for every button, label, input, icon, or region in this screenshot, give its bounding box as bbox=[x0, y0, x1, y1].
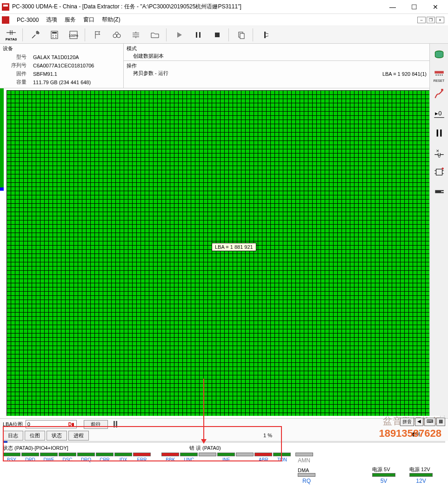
status-leds: BSYDRDDWFDSCDRQCRRIDXERR bbox=[3, 453, 151, 462]
ime-btn-3[interactable]: ▦ bbox=[436, 418, 445, 426]
goto-button[interactable]: 前往 bbox=[84, 420, 108, 429]
svg-rect-18 bbox=[264, 32, 266, 38]
menu-window[interactable]: 窗口 bbox=[80, 16, 98, 24]
led-dwf: DWF bbox=[40, 453, 58, 462]
mdi-close-button[interactable]: × bbox=[436, 17, 444, 23]
svg-rect-17 bbox=[240, 33, 244, 39]
led-err-4 bbox=[236, 453, 254, 457]
progress-percent: 1 % bbox=[90, 433, 445, 438]
amn-led: AMN bbox=[295, 453, 313, 464]
ime-btn-1[interactable]: ◀ bbox=[415, 418, 423, 426]
dma-group: DMA RQ bbox=[298, 467, 315, 484]
pause-icon[interactable] bbox=[431, 125, 448, 141]
error-leds: BBKUNCINFABRTON bbox=[161, 453, 291, 462]
tab-bitmap[interactable]: 位图 bbox=[25, 431, 45, 440]
svg-rect-33 bbox=[435, 190, 441, 193]
app-icon bbox=[2, 3, 9, 11]
menu-options[interactable]: 选项 bbox=[42, 16, 61, 24]
tab-process[interactable]: 进程 bbox=[68, 431, 89, 440]
svg-point-21 bbox=[435, 74, 436, 75]
nav-pause-icon[interactable] bbox=[114, 421, 117, 427]
device-serial: C6A0077A1CEC01810706 bbox=[29, 62, 96, 69]
lba-map-label: LBA位图 bbox=[3, 421, 23, 428]
led-err-5: ABR bbox=[254, 453, 272, 462]
svg-point-32 bbox=[441, 167, 443, 169]
svg-point-5 bbox=[53, 35, 53, 36]
folder-icon[interactable] bbox=[146, 27, 164, 42]
stop-button[interactable] bbox=[208, 27, 227, 42]
mdi-restore-button[interactable]: ❐ bbox=[427, 17, 435, 23]
svg-text:100%: 100% bbox=[69, 33, 78, 38]
led-drd: DRD bbox=[21, 453, 39, 462]
tab-log[interactable]: 日志 bbox=[3, 431, 23, 440]
tools-icon[interactable] bbox=[26, 27, 45, 42]
svg-rect-27 bbox=[436, 129, 438, 136]
led-bsy: BSY bbox=[3, 453, 20, 462]
ime-mode[interactable]: 拼音 bbox=[400, 418, 414, 426]
menu-app-icon bbox=[2, 16, 9, 24]
stack-icon[interactable] bbox=[127, 27, 145, 42]
minimize-button[interactable]: — bbox=[382, 0, 403, 14]
menu-bar: PC-3000 选项 服务 窗口 帮助(Z) – ❐ × bbox=[0, 14, 448, 26]
svg-point-23 bbox=[440, 74, 441, 75]
zero-left-icon[interactable]: ▸0 bbox=[431, 105, 448, 122]
menu-help[interactable]: 帮助(Z) bbox=[98, 16, 124, 24]
flag-icon[interactable] bbox=[88, 27, 107, 42]
error-header: 错 误 (PATA0) bbox=[189, 445, 221, 452]
ime-bar[interactable]: 拼音 ◀ ⌨ ▦ bbox=[400, 418, 445, 426]
led-drq: DRQ bbox=[77, 453, 95, 462]
pause-button[interactable] bbox=[189, 27, 207, 42]
operation-value: 拷贝参数 - 运行 bbox=[127, 70, 382, 77]
svg-point-12 bbox=[117, 34, 120, 38]
window-title: PC-3000 UDMA-E - China - [Data Extractor… bbox=[12, 3, 382, 11]
title-bar: PC-3000 UDMA-E - China - [Data Extractor… bbox=[0, 0, 448, 14]
power-5v: 电源 5V 5V bbox=[372, 466, 395, 484]
operation-panel: 操作 拷贝参数 - 运行 LBA = 1 920 841(1) bbox=[124, 61, 448, 78]
map-left-gutter bbox=[0, 88, 4, 418]
svg-rect-13 bbox=[196, 32, 197, 38]
maximize-button[interactable]: ☐ bbox=[403, 0, 425, 14]
disk-icon[interactable] bbox=[431, 47, 448, 63]
svg-rect-31 bbox=[436, 169, 442, 175]
play-button[interactable] bbox=[170, 27, 188, 42]
svg-point-11 bbox=[113, 34, 117, 38]
svg-rect-25 bbox=[441, 89, 443, 91]
tab-status[interactable]: 状态 bbox=[47, 431, 67, 440]
svg-rect-4 bbox=[52, 32, 57, 33]
svg-text:×: × bbox=[436, 148, 439, 153]
chip-icon[interactable] bbox=[431, 164, 448, 180]
led-err-3: INF bbox=[217, 453, 235, 462]
connector-icon[interactable] bbox=[431, 183, 448, 200]
percent-icon[interactable]: 100% bbox=[64, 27, 83, 42]
bitmap-canvas[interactable]: LBA = 1 881 921 bbox=[4, 88, 440, 418]
menu-pc3000[interactable]: PC-3000 bbox=[13, 17, 42, 23]
svg-text:▸0: ▸0 bbox=[435, 110, 441, 117]
led-crr: CRR bbox=[96, 453, 114, 462]
legend-label: ▮例 bbox=[412, 431, 420, 438]
ime-btn-2[interactable]: ⌨ bbox=[424, 418, 435, 426]
meter-icon[interactable] bbox=[256, 27, 275, 42]
copy-icon[interactable] bbox=[232, 27, 251, 42]
bitmap-area: LBA = 1 881 921 bbox=[0, 88, 448, 419]
calc-icon[interactable] bbox=[45, 27, 64, 42]
close-button[interactable]: ✕ bbox=[425, 0, 446, 14]
svg-rect-14 bbox=[199, 32, 201, 38]
status-area: 状态 (PATA0)-[PIO4+IORDY] 错 误 (PATA0) BSYD… bbox=[0, 443, 448, 466]
svg-text:0: 0 bbox=[438, 154, 440, 159]
svg-point-7 bbox=[53, 37, 53, 38]
status-header: 状态 (PATA0)-[PIO4+IORDY] bbox=[3, 445, 68, 452]
led-dsc: DSC bbox=[59, 453, 76, 462]
lba-tooltip: LBA = 1 881 921 bbox=[212, 243, 256, 251]
led-err: ERR bbox=[133, 453, 151, 462]
binoculars-icon[interactable] bbox=[107, 27, 126, 42]
svg-point-6 bbox=[55, 35, 56, 36]
pata0-tool[interactable]: PATA0 bbox=[2, 27, 20, 42]
svg-point-24 bbox=[441, 74, 442, 75]
nav-row: LBA位图 D▮ 前往 bbox=[0, 419, 448, 430]
annotation-arrow bbox=[203, 379, 204, 443]
probe-icon[interactable] bbox=[431, 86, 448, 102]
reset-icon[interactable]: RESET bbox=[431, 66, 448, 83]
zero-span-icon[interactable]: ×0 bbox=[431, 144, 448, 161]
mdi-minimize-button[interactable]: – bbox=[417, 17, 426, 23]
menu-service[interactable]: 服务 bbox=[61, 16, 80, 24]
